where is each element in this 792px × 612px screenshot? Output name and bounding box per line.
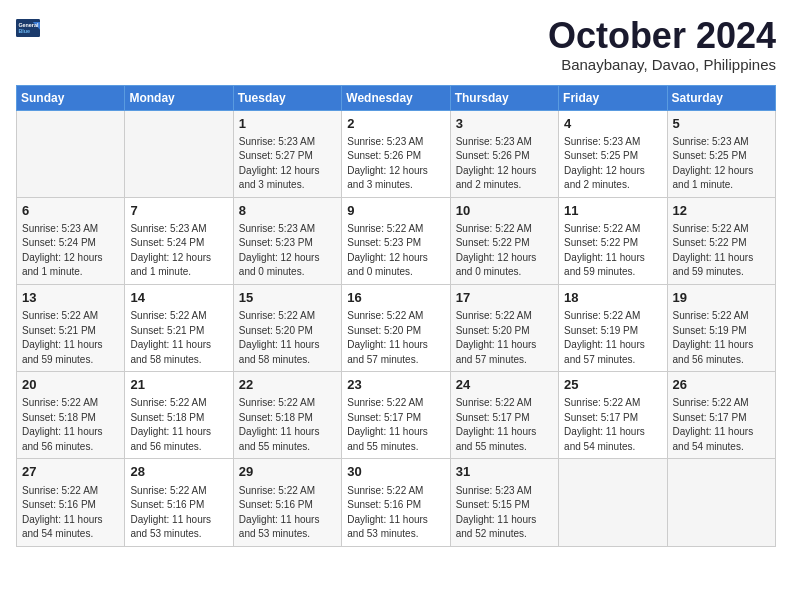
calendar-cell: 9Sunrise: 5:22 AM Sunset: 5:23 PM Daylig… [342,197,450,284]
day-info: Sunrise: 5:22 AM Sunset: 5:23 PM Dayligh… [347,222,444,280]
calendar-cell [559,459,667,546]
day-info: Sunrise: 5:22 AM Sunset: 5:18 PM Dayligh… [22,396,119,454]
calendar-cell: 22Sunrise: 5:22 AM Sunset: 5:18 PM Dayli… [233,372,341,459]
day-info: Sunrise: 5:22 AM Sunset: 5:17 PM Dayligh… [564,396,661,454]
day-info: Sunrise: 5:22 AM Sunset: 5:16 PM Dayligh… [22,484,119,542]
day-number: 31 [456,463,553,481]
calendar-header-row: SundayMondayTuesdayWednesdayThursdayFrid… [17,85,776,110]
day-info: Sunrise: 5:22 AM Sunset: 5:16 PM Dayligh… [347,484,444,542]
day-info: Sunrise: 5:22 AM Sunset: 5:20 PM Dayligh… [456,309,553,367]
day-number: 7 [130,202,227,220]
title-area: October 2024 Banaybanay, Davao, Philippi… [548,16,776,73]
calendar-cell: 8Sunrise: 5:23 AM Sunset: 5:23 PM Daylig… [233,197,341,284]
calendar-cell: 5Sunrise: 5:23 AM Sunset: 5:25 PM Daylig… [667,110,775,197]
logo-icon: General Blue [16,16,40,40]
day-info: Sunrise: 5:22 AM Sunset: 5:22 PM Dayligh… [564,222,661,280]
day-info: Sunrise: 5:23 AM Sunset: 5:25 PM Dayligh… [564,135,661,193]
day-info: Sunrise: 5:23 AM Sunset: 5:27 PM Dayligh… [239,135,336,193]
weekday-header: Thursday [450,85,558,110]
day-number: 9 [347,202,444,220]
day-info: Sunrise: 5:23 AM Sunset: 5:26 PM Dayligh… [456,135,553,193]
calendar-week-row: 6Sunrise: 5:23 AM Sunset: 5:24 PM Daylig… [17,197,776,284]
day-number: 23 [347,376,444,394]
day-number: 8 [239,202,336,220]
day-number: 18 [564,289,661,307]
calendar-cell [125,110,233,197]
day-info: Sunrise: 5:22 AM Sunset: 5:22 PM Dayligh… [456,222,553,280]
weekday-header: Friday [559,85,667,110]
day-number: 26 [673,376,770,394]
calendar-table: SundayMondayTuesdayWednesdayThursdayFrid… [16,85,776,547]
day-info: Sunrise: 5:22 AM Sunset: 5:21 PM Dayligh… [130,309,227,367]
calendar-cell: 7Sunrise: 5:23 AM Sunset: 5:24 PM Daylig… [125,197,233,284]
day-info: Sunrise: 5:22 AM Sunset: 5:21 PM Dayligh… [22,309,119,367]
day-number: 13 [22,289,119,307]
calendar-cell: 20Sunrise: 5:22 AM Sunset: 5:18 PM Dayli… [17,372,125,459]
calendar-cell: 28Sunrise: 5:22 AM Sunset: 5:16 PM Dayli… [125,459,233,546]
day-info: Sunrise: 5:23 AM Sunset: 5:26 PM Dayligh… [347,135,444,193]
calendar-cell: 27Sunrise: 5:22 AM Sunset: 5:16 PM Dayli… [17,459,125,546]
day-info: Sunrise: 5:23 AM Sunset: 5:25 PM Dayligh… [673,135,770,193]
day-number: 28 [130,463,227,481]
calendar-cell: 24Sunrise: 5:22 AM Sunset: 5:17 PM Dayli… [450,372,558,459]
weekday-header: Saturday [667,85,775,110]
calendar-cell: 2Sunrise: 5:23 AM Sunset: 5:26 PM Daylig… [342,110,450,197]
day-number: 4 [564,115,661,133]
calendar-cell: 10Sunrise: 5:22 AM Sunset: 5:22 PM Dayli… [450,197,558,284]
day-number: 15 [239,289,336,307]
day-number: 11 [564,202,661,220]
calendar-week-row: 13Sunrise: 5:22 AM Sunset: 5:21 PM Dayli… [17,284,776,371]
day-number: 1 [239,115,336,133]
day-info: Sunrise: 5:22 AM Sunset: 5:20 PM Dayligh… [347,309,444,367]
calendar-cell: 25Sunrise: 5:22 AM Sunset: 5:17 PM Dayli… [559,372,667,459]
calendar-cell: 12Sunrise: 5:22 AM Sunset: 5:22 PM Dayli… [667,197,775,284]
day-number: 14 [130,289,227,307]
day-info: Sunrise: 5:22 AM Sunset: 5:18 PM Dayligh… [239,396,336,454]
calendar-cell: 14Sunrise: 5:22 AM Sunset: 5:21 PM Dayli… [125,284,233,371]
calendar-cell: 21Sunrise: 5:22 AM Sunset: 5:18 PM Dayli… [125,372,233,459]
calendar-cell: 6Sunrise: 5:23 AM Sunset: 5:24 PM Daylig… [17,197,125,284]
day-number: 16 [347,289,444,307]
day-number: 19 [673,289,770,307]
day-info: Sunrise: 5:22 AM Sunset: 5:16 PM Dayligh… [130,484,227,542]
calendar-cell: 18Sunrise: 5:22 AM Sunset: 5:19 PM Dayli… [559,284,667,371]
day-info: Sunrise: 5:22 AM Sunset: 5:20 PM Dayligh… [239,309,336,367]
calendar-cell: 1Sunrise: 5:23 AM Sunset: 5:27 PM Daylig… [233,110,341,197]
day-number: 29 [239,463,336,481]
day-info: Sunrise: 5:22 AM Sunset: 5:19 PM Dayligh… [564,309,661,367]
svg-text:General: General [18,22,39,28]
day-number: 24 [456,376,553,394]
day-number: 17 [456,289,553,307]
calendar-cell: 26Sunrise: 5:22 AM Sunset: 5:17 PM Dayli… [667,372,775,459]
calendar-cell: 11Sunrise: 5:22 AM Sunset: 5:22 PM Dayli… [559,197,667,284]
weekday-header: Monday [125,85,233,110]
calendar-cell: 19Sunrise: 5:22 AM Sunset: 5:19 PM Dayli… [667,284,775,371]
calendar-cell: 30Sunrise: 5:22 AM Sunset: 5:16 PM Dayli… [342,459,450,546]
day-number: 21 [130,376,227,394]
calendar-week-row: 27Sunrise: 5:22 AM Sunset: 5:16 PM Dayli… [17,459,776,546]
calendar-cell: 15Sunrise: 5:22 AM Sunset: 5:20 PM Dayli… [233,284,341,371]
day-info: Sunrise: 5:22 AM Sunset: 5:17 PM Dayligh… [673,396,770,454]
calendar-cell [667,459,775,546]
day-number: 30 [347,463,444,481]
day-info: Sunrise: 5:22 AM Sunset: 5:16 PM Dayligh… [239,484,336,542]
day-info: Sunrise: 5:22 AM Sunset: 5:18 PM Dayligh… [130,396,227,454]
day-info: Sunrise: 5:23 AM Sunset: 5:23 PM Dayligh… [239,222,336,280]
day-info: Sunrise: 5:22 AM Sunset: 5:22 PM Dayligh… [673,222,770,280]
calendar-cell: 17Sunrise: 5:22 AM Sunset: 5:20 PM Dayli… [450,284,558,371]
day-info: Sunrise: 5:22 AM Sunset: 5:17 PM Dayligh… [347,396,444,454]
calendar-cell: 13Sunrise: 5:22 AM Sunset: 5:21 PM Dayli… [17,284,125,371]
day-number: 5 [673,115,770,133]
calendar-cell: 23Sunrise: 5:22 AM Sunset: 5:17 PM Dayli… [342,372,450,459]
day-number: 25 [564,376,661,394]
calendar-week-row: 20Sunrise: 5:22 AM Sunset: 5:18 PM Dayli… [17,372,776,459]
calendar-cell [17,110,125,197]
month-title: October 2024 [548,16,776,56]
day-info: Sunrise: 5:22 AM Sunset: 5:19 PM Dayligh… [673,309,770,367]
day-info: Sunrise: 5:23 AM Sunset: 5:15 PM Dayligh… [456,484,553,542]
day-number: 6 [22,202,119,220]
day-number: 12 [673,202,770,220]
calendar-cell: 29Sunrise: 5:22 AM Sunset: 5:16 PM Dayli… [233,459,341,546]
calendar-cell: 31Sunrise: 5:23 AM Sunset: 5:15 PM Dayli… [450,459,558,546]
day-info: Sunrise: 5:22 AM Sunset: 5:17 PM Dayligh… [456,396,553,454]
